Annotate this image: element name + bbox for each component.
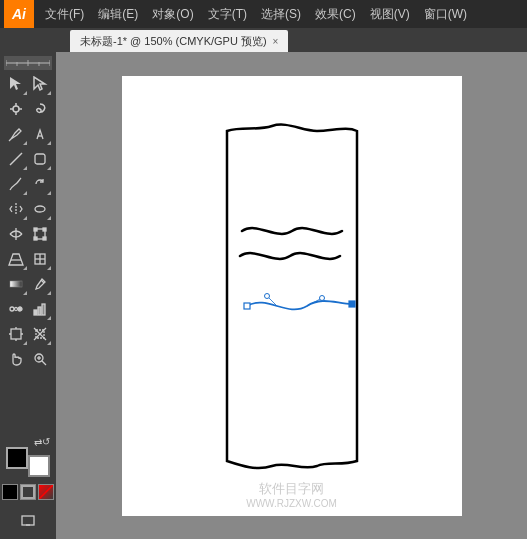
svg-rect-29 [10, 281, 22, 287]
tab-bar: 未标题-1* @ 150% (CMYK/GPU 预览) × [0, 28, 527, 52]
tool-mirror[interactable] [4, 197, 28, 221]
svg-rect-35 [42, 304, 45, 315]
svg-rect-21 [43, 228, 46, 231]
menu-select[interactable]: 选择(S) [254, 0, 308, 28]
menu-bar: 文件(F) 编辑(E) 对象(O) 文字(T) 选择(S) 效果(C) 视图(V… [34, 0, 523, 28]
svg-rect-22 [34, 237, 37, 240]
svg-rect-55 [349, 301, 355, 307]
tool-slice[interactable] [28, 322, 52, 346]
tool-magic-wand[interactable] [4, 97, 28, 121]
tool-row-2 [4, 97, 52, 121]
tool-row-1 [4, 72, 52, 96]
app-logo: Ai [4, 0, 34, 28]
svg-point-52 [264, 293, 269, 298]
tool-row-9 [4, 272, 52, 296]
tool-mesh[interactable] [28, 247, 52, 271]
svg-rect-20 [34, 228, 37, 231]
tool-row-8 [4, 247, 52, 271]
svg-point-32 [18, 307, 22, 311]
tool-chart[interactable] [28, 297, 52, 321]
menu-view[interactable]: 视图(V) [363, 0, 417, 28]
drawing-svg [122, 76, 462, 516]
document-tab[interactable]: 未标题-1* @ 150% (CMYK/GPU 预览) × [70, 30, 288, 52]
tool-hand[interactable] [4, 347, 28, 371]
tool-row-5 [4, 172, 52, 196]
svg-rect-16 [35, 154, 45, 164]
svg-marker-6 [10, 77, 21, 90]
svg-rect-48 [22, 516, 34, 525]
svg-rect-33 [34, 310, 37, 315]
svg-line-43 [42, 361, 46, 365]
document-canvas[interactable] [122, 76, 462, 516]
tool-row-12 [4, 347, 52, 371]
menu-object[interactable]: 对象(O) [145, 0, 200, 28]
swap-colors-button[interactable]: ⇄ [34, 437, 42, 448]
menu-edit[interactable]: 编辑(E) [91, 0, 145, 28]
tool-lasso[interactable] [28, 97, 52, 121]
tool-artboard[interactable] [4, 322, 28, 346]
foreground-color-swatch[interactable] [6, 447, 28, 469]
svg-rect-36 [11, 329, 21, 339]
tool-selection[interactable] [4, 72, 28, 96]
tool-free-transform[interactable] [28, 222, 52, 246]
tool-eyedropper[interactable] [28, 272, 52, 296]
svg-line-13 [9, 139, 11, 141]
main-area: ↺ ⇄ [0, 52, 527, 539]
svg-rect-23 [43, 237, 46, 240]
tool-gradient[interactable] [4, 272, 28, 296]
color-area: ↺ ⇄ [2, 437, 54, 500]
svg-rect-50 [244, 303, 250, 309]
canvas-area[interactable]: 软件目字网 WWW.RJZXW.COM [56, 52, 527, 539]
tool-zoom[interactable] [28, 347, 52, 371]
tab-close-button[interactable]: × [273, 36, 279, 47]
tool-row-6 [4, 197, 52, 221]
reset-colors-button[interactable]: ↺ [42, 437, 50, 447]
tool-blend[interactable] [4, 297, 28, 321]
tool-row-10 [4, 297, 52, 321]
tool-row-extra [4, 508, 52, 532]
background-color-swatch[interactable] [28, 455, 50, 477]
tool-warp[interactable] [28, 197, 52, 221]
tool-type[interactable] [28, 122, 52, 146]
tool-screen-mode[interactable] [4, 508, 52, 532]
svg-rect-46 [22, 486, 34, 498]
tab-title: 未标题-1* @ 150% (CMYK/GPU 预览) [80, 34, 267, 49]
tool-line[interactable] [4, 147, 28, 171]
svg-marker-7 [34, 77, 45, 90]
title-bar: Ai 文件(F) 编辑(E) 对象(O) 文字(T) 选择(S) 效果(C) 视… [0, 0, 527, 28]
color-mode-fill[interactable] [2, 484, 18, 500]
color-mode-stroke[interactable] [20, 484, 36, 500]
svg-point-12 [13, 106, 19, 112]
tool-width[interactable] [4, 222, 28, 246]
menu-text[interactable]: 文字(T) [201, 0, 254, 28]
tool-direct-selection[interactable] [28, 72, 52, 96]
color-mode-none[interactable] [38, 484, 54, 500]
tool-row-11 [4, 322, 52, 346]
tool-pencil[interactable] [4, 172, 28, 196]
svg-point-31 [10, 307, 14, 311]
svg-rect-34 [38, 307, 41, 315]
svg-line-15 [10, 153, 22, 165]
toolbar-ruler [4, 56, 52, 70]
menu-file[interactable]: 文件(F) [38, 0, 91, 28]
tool-row-7 [4, 222, 52, 246]
toolbar: ↺ ⇄ [0, 52, 56, 539]
tool-rotate[interactable] [28, 172, 52, 196]
tool-shape[interactable] [28, 147, 52, 171]
tool-perspective[interactable] [4, 247, 28, 271]
svg-line-47 [39, 485, 53, 499]
tool-pen[interactable] [4, 122, 28, 146]
tool-row-3 [4, 122, 52, 146]
svg-point-54 [319, 295, 324, 300]
menu-effect[interactable]: 效果(C) [308, 0, 363, 28]
tool-row-4 [4, 147, 52, 171]
menu-window[interactable]: 窗口(W) [417, 0, 474, 28]
